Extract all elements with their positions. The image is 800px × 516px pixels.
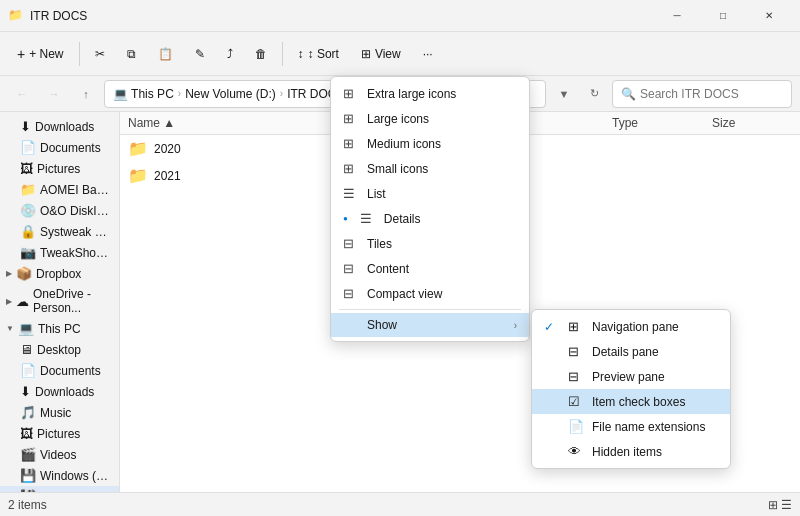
sidebar-item-diskimage-label: O&O DiskImage (40, 204, 111, 218)
sidebar-item-pictures2[interactable]: 🖼 Pictures (0, 423, 119, 444)
diskimage-icon: 💿 (20, 203, 36, 218)
sidebar-item-videos[interactable]: 🎬 Videos (0, 444, 119, 465)
sidebar-item-documents-label: Documents (40, 141, 101, 155)
menu-item-small-icons[interactable]: ⊞ Small icons (331, 156, 529, 181)
menu-item-content[interactable]: ⊟ Content (331, 256, 529, 281)
share-icon: ⤴ (227, 47, 233, 61)
sidebar-item-vpn[interactable]: 🔒 Systweak VPN (0, 221, 119, 242)
documents-icon: 📄 (20, 140, 36, 155)
pictures-icon: 🖼 (20, 161, 33, 176)
more-button[interactable]: ··· (414, 38, 442, 70)
sidebar-item-downloads[interactable]: ⬇ Downloads (0, 116, 119, 137)
view-label: View (375, 47, 401, 61)
menu-item-compact-view[interactable]: ⊟ Compact view (331, 281, 529, 306)
app-icon: 📁 (8, 8, 24, 24)
menu-item-extra-large-icons[interactable]: ⊞ Extra large icons (331, 81, 529, 106)
tweakshot-icon: 📷 (20, 245, 36, 260)
forward-button[interactable]: → (40, 80, 68, 108)
refresh-dropdown-button[interactable]: ▼ (550, 80, 578, 108)
up-button[interactable]: ↑ (72, 80, 100, 108)
share-button[interactable]: ⤴ (218, 38, 242, 70)
delete-button[interactable]: 🗑 (246, 38, 276, 70)
sidebar-pictures2-label: Pictures (37, 427, 80, 441)
desktop-icon: 🖥 (20, 342, 33, 357)
sidebar-item-documents[interactable]: 📄 Documents (0, 137, 119, 158)
sidebar-item-music[interactable]: 🎵 Music (0, 402, 119, 423)
submenu-item-details-pane[interactable]: ⊟ Details pane (532, 339, 730, 364)
music-icon: 🎵 (20, 405, 36, 420)
search-box[interactable]: 🔍 (612, 80, 792, 108)
sidebar-item-pictures[interactable]: 🖼 Pictures (0, 158, 119, 179)
navigation-pane-label: Navigation pane (592, 320, 679, 334)
item-count: 2 items (8, 498, 47, 512)
menu-item-show[interactable]: Show › ✓ ⊞ Navigation pane ⊟ Details pan… (331, 313, 529, 337)
back-button[interactable]: ← (8, 80, 36, 108)
sidebar-downloads2-label: Downloads (35, 385, 94, 399)
show-arrow-icon: › (514, 320, 517, 331)
breadcrumb-volume: New Volume (D:) (185, 87, 276, 101)
paste-button[interactable]: 📋 (149, 38, 182, 70)
details-pane-label: Details pane (592, 345, 659, 359)
sidebar: ⬇ Downloads 📄 Documents 🖼 Pictures 📁 AOM… (0, 112, 120, 492)
close-button[interactable]: ✕ (746, 0, 792, 32)
submenu-item-navigation-pane[interactable]: ✓ ⊞ Navigation pane (532, 314, 730, 339)
sidebar-item-tweakshot[interactable]: 📷 TweakShot Scre... (0, 242, 119, 263)
sidebar-item-newvolume[interactable]: 💾 New Volume (D: (0, 486, 119, 492)
menu-item-medium-icons[interactable]: ⊞ Medium icons (331, 131, 529, 156)
submenu-item-check-boxes[interactable]: ☑ Item check boxes (532, 389, 730, 414)
minimize-button[interactable]: ─ (654, 0, 700, 32)
content-icon: ⊟ (343, 261, 359, 276)
toolbar-separator-2 (282, 42, 283, 66)
dropdown-overlay: ⊞ Extra large icons ⊞ Large icons ⊞ Medi… (330, 76, 530, 342)
sidebar-section-dropbox[interactable]: ▶ 📦 Dropbox (0, 263, 119, 284)
menu-item-tiles[interactable]: ⊟ Tiles (331, 231, 529, 256)
cut-button[interactable]: ✂ (86, 38, 114, 70)
sidebar-newvolume-label: New Volume (D: (40, 490, 111, 493)
header-type[interactable]: Type (612, 116, 712, 130)
view-menu: ⊞ Extra large icons ⊞ Large icons ⊞ Medi… (330, 76, 530, 342)
new-label: + New (29, 47, 63, 61)
menu-item-large-icons[interactable]: ⊞ Large icons (331, 106, 529, 131)
header-size[interactable]: Size (712, 116, 792, 130)
sidebar-section-thispc[interactable]: ▼ 💻 This PC (0, 318, 119, 339)
sidebar-item-windows[interactable]: 💾 Windows (C:) (0, 465, 119, 486)
sort-button[interactable]: ↕ ↕ Sort (289, 38, 348, 70)
newvolume-icon: 💾 (20, 489, 36, 492)
tiles-label: Tiles (367, 237, 517, 251)
search-input[interactable] (640, 87, 783, 101)
breadcrumb-thispc: 💻 This PC (113, 87, 174, 101)
downloads-icon: ⬇ (20, 119, 31, 134)
sidebar-section-onedrive[interactable]: ▶ ☁ OneDrive - Person... (0, 284, 119, 318)
new-icon: + (17, 46, 25, 62)
sidebar-item-diskimage[interactable]: 💿 O&O DiskImage (0, 200, 119, 221)
menu-item-details[interactable]: ● ☰ Details (331, 206, 529, 231)
tiles-icon: ⊟ (343, 236, 359, 251)
sidebar-item-desktop[interactable]: 🖥 Desktop (0, 339, 119, 360)
new-button[interactable]: + + New (8, 38, 73, 70)
details-icon: ☰ (360, 211, 376, 226)
submenu-item-preview-pane[interactable]: ⊟ Preview pane (532, 364, 730, 389)
submenu-item-hidden-items[interactable]: 👁 Hidden items (532, 439, 730, 464)
toolbar: + + New ✂ ⧉ 📋 ✎ ⤴ 🗑 ↕ ↕ Sort ⊞ View ··· (0, 32, 800, 76)
sidebar-item-docs2[interactable]: 📄 Documents (0, 360, 119, 381)
window-title: ITR DOCS (30, 9, 87, 23)
medium-icons-icon: ⊞ (343, 136, 359, 151)
preview-pane-label: Preview pane (592, 370, 665, 384)
refresh-button[interactable]: ↻ (580, 80, 608, 108)
submenu-item-file-extensions[interactable]: 📄 File name extensions (532, 414, 730, 439)
rename-button[interactable]: ✎ (186, 38, 214, 70)
sort-label: ↕ Sort (308, 47, 339, 61)
show-label: Show (367, 318, 506, 332)
thispc-chevron: ▼ (6, 324, 14, 333)
menu-item-list[interactable]: ☰ List (331, 181, 529, 206)
maximize-button[interactable]: □ (700, 0, 746, 32)
copy-button[interactable]: ⧉ (118, 38, 145, 70)
breadcrumb: 💻 This PC › New Volume (D:) › ITR DOCS (113, 87, 345, 101)
file-extensions-label: File name extensions (592, 420, 705, 434)
view-button[interactable]: ⊞ View (352, 38, 410, 70)
small-icons-icon: ⊞ (343, 161, 359, 176)
sidebar-item-downloads2[interactable]: ⬇ Downloads (0, 381, 119, 402)
sidebar-item-downloads-label: Downloads (35, 120, 94, 134)
sidebar-item-aomei[interactable]: 📁 AOMEI Backupp... (0, 179, 119, 200)
docs2-icon: 📄 (20, 363, 36, 378)
